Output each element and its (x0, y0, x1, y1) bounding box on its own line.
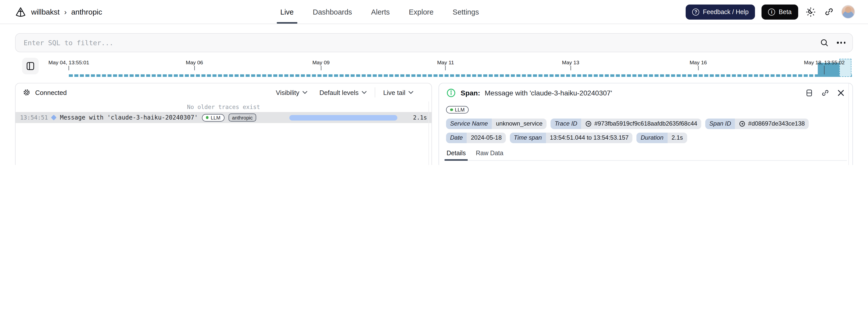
top-nav: willbakst › anthropic Live Dashboards Al… (0, 0, 868, 24)
tab-dashboards-label: Dashboards (313, 8, 352, 16)
visibility-label: Visibility (276, 89, 299, 96)
timeline-tick: May 16 (690, 59, 707, 70)
sidebar-toggle-button[interactable] (22, 58, 39, 74)
feedback-help-label: Feedback / Help (703, 8, 749, 15)
span-tags: LLM (444, 102, 847, 114)
main-content: Connected Visibility Default levels Live… (15, 83, 853, 165)
tick-mark (194, 66, 195, 70)
connection-status-label: Connected (35, 89, 67, 96)
close-panel-button[interactable] (836, 88, 845, 97)
span-diamond-icon (51, 115, 57, 121)
tick-mark (321, 66, 321, 70)
tick-label: May 18, 13:55:02 (804, 59, 845, 65)
breadcrumb-project[interactable]: anthropic (71, 7, 102, 16)
trace-id-pill: Trace ID #973fba5919cf9c618aafdb2635f68c… (551, 119, 701, 129)
user-avatar[interactable] (841, 5, 855, 19)
timeline-chart[interactable]: May 04, 13:55:01 May 06 May 09 May 11 Ma… (47, 56, 853, 78)
tab-live-label: Live (280, 8, 293, 16)
span-meta-row: Date 2024-05-18 Time span 13:54:51.044 t… (444, 129, 847, 143)
breadcrumb-org[interactable]: willbakst (31, 7, 60, 16)
meta-label: Duration (637, 132, 668, 143)
timeline-tick: May 09 (312, 59, 330, 70)
trace-list-controls: Visibility Default levels Live tail (270, 87, 425, 97)
scrollbar-track[interactable] (848, 83, 849, 165)
default-levels-label: Default levels (319, 89, 359, 96)
more-options-icon[interactable] (837, 42, 845, 43)
link-icon (824, 7, 834, 17)
trace-timestamp: 13:54:51 (20, 114, 48, 121)
timeline-tick: May 11 (437, 59, 454, 70)
span-actions (804, 88, 845, 98)
live-tail-dropdown[interactable]: Live tail (377, 89, 425, 96)
tick-mark (698, 66, 699, 70)
tick-mark (445, 66, 446, 70)
timeline-row: May 04, 13:55:01 May 06 May 09 May 11 Ma… (15, 56, 853, 78)
span-detail-panel: Span: Message with 'claude-3-haiku-20240… (438, 83, 853, 165)
link-icon[interactable] (739, 121, 746, 127)
app-window: willbakst › anthropic Live Dashboards Al… (0, 0, 868, 165)
span-meta-row: Service Name unknown_service Trace ID #9… (444, 114, 847, 129)
tab-alerts[interactable]: Alerts (371, 0, 390, 24)
project-tag-badge: anthropic (228, 114, 256, 122)
main-nav-tabs: Live Dashboards Alerts Explore Settings (280, 0, 479, 24)
theme-toggle-button[interactable] (805, 6, 817, 18)
tab-settings-label: Settings (453, 8, 479, 16)
tab-details[interactable]: Details (446, 150, 466, 160)
timeline-tick: May 13 (562, 59, 579, 70)
tab-explore[interactable]: Explore (409, 0, 434, 24)
trace-list-panel: Connected Visibility Default levels Live… (15, 83, 432, 165)
span-id-value: #d08697de343ce138 (748, 120, 805, 127)
active-tab-underline (277, 22, 297, 24)
meta-label: Service Name (446, 119, 492, 129)
search-icon[interactable] (820, 38, 829, 47)
gear-icon[interactable] (23, 88, 31, 96)
tick-label: May 16 (690, 59, 707, 65)
timeline-tick: May 06 (186, 59, 203, 70)
link-icon[interactable] (585, 121, 592, 127)
tab-live[interactable]: Live (280, 0, 293, 24)
breadcrumb-separator-icon: › (64, 7, 67, 16)
date-pill: Date 2024-05-18 (446, 132, 506, 143)
default-levels-dropdown[interactable]: Default levels (313, 89, 373, 96)
beta-button[interactable]: i Beta (762, 4, 798, 19)
scrollbar-track[interactable] (429, 101, 429, 165)
header-actions: ? Feedback / Help i Beta (686, 4, 855, 19)
tab-raw-data-label: Raw Data (476, 150, 503, 157)
trace-list-header: Connected Visibility Default levels Live… (16, 83, 432, 101)
share-link-button[interactable] (823, 6, 835, 18)
meta-label: Date (446, 132, 467, 143)
span-kind-label: Span: (461, 89, 480, 97)
llm-tag-label: LLM (455, 107, 465, 113)
meta-label: Span ID (705, 119, 735, 129)
span-id-pill: Span ID #d08697de343ce138 (705, 119, 809, 129)
trace-row[interactable]: 13:54:51 Message with 'claude-3-haiku-20… (16, 112, 432, 123)
tab-raw-data[interactable]: Raw Data (476, 150, 503, 160)
chevron-down-icon (302, 91, 307, 94)
trace-title: Message with 'claude-3-haiku-20240307' (60, 114, 198, 121)
meta-label: Trace ID (551, 119, 581, 129)
tab-details-label: Details (446, 150, 466, 157)
tab-dashboards[interactable]: Dashboards (313, 0, 352, 24)
feedback-help-button[interactable]: ? Feedback / Help (686, 4, 755, 19)
green-dot-icon (206, 116, 209, 119)
meta-value: unknown_service (492, 119, 547, 129)
meta-value: 13:54:51.044 to 13:54:53.157 (546, 132, 633, 143)
timeline-dashed-line (69, 74, 853, 77)
meta-value: 2024-05-18 (467, 132, 506, 143)
green-dot-icon (450, 108, 453, 111)
split-view-button[interactable] (804, 88, 814, 98)
copy-link-button[interactable] (820, 88, 830, 98)
sql-filter-input[interactable] (23, 38, 820, 47)
tick-label: May 13 (562, 59, 579, 65)
connection-status: Connected (23, 88, 67, 96)
chevron-down-icon (362, 91, 367, 94)
question-circle-icon: ? (692, 8, 700, 15)
visibility-dropdown[interactable]: Visibility (270, 89, 313, 96)
span-title: Message with 'claude-3-haiku-20240307' (485, 89, 612, 97)
logfire-logo-icon[interactable] (15, 6, 26, 17)
tick-label: May 09 (312, 59, 330, 65)
tab-settings[interactable]: Settings (453, 0, 479, 24)
theme-toggle-icon (806, 7, 816, 17)
tick-label: May 04, 13:55:01 (49, 59, 89, 65)
span-detail-tabs: Details Raw Data (444, 143, 847, 161)
